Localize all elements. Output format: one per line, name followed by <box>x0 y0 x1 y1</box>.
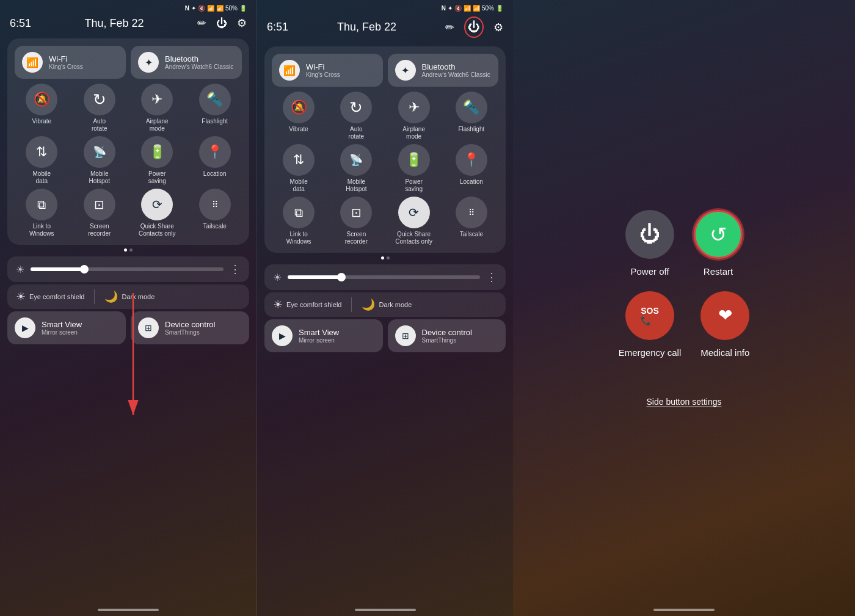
autorotate-tile-mid[interactable]: ↻ Autorotate <box>329 92 383 140</box>
icon-grid-row2-left: ⇅ Mobiledata 📡 MobileHotspot 🔋 Powersavi… <box>15 136 242 185</box>
more-icon-mid[interactable]: ⋮ <box>486 270 497 284</box>
more-icon-left[interactable]: ⋮ <box>230 263 241 276</box>
hotspot-tile-mid[interactable]: 📡 MobileHotspot <box>329 144 383 193</box>
autorotate-tile-left[interactable]: ↻ Autorotate <box>73 84 127 132</box>
dark-mode-icon-mid: 🌙 <box>362 298 375 311</box>
power-icon-left[interactable]: ⏻ <box>216 17 227 30</box>
vibrate-tile-mid[interactable]: 🔕 Vibrate <box>272 92 326 140</box>
eye-comfort-icon-left: ☀ <box>16 290 26 303</box>
dot-1-left <box>124 248 127 252</box>
bottom-tiles-mid: ▶ Smart View Mirror screen ⊞ Device cont… <box>264 319 506 352</box>
header-mid: 6:51 Thu, Feb 22 ✏ ⏻ ⚙ <box>257 14 513 43</box>
flashlight-tile-mid[interactable]: 🔦 Flashlight <box>445 92 498 140</box>
brightness-track-mid[interactable] <box>288 275 480 279</box>
mobiledata-label-mid: Mobiledata <box>289 178 307 193</box>
emergency-circle: SOS📞 <box>625 291 674 340</box>
airplane-icon-left: ✈ <box>141 84 173 115</box>
icon-grid-row3-mid: ⧉ Link toWindows ⊡ Screenrecorder ⟳ Quic… <box>272 197 498 245</box>
mid-panel: N ✦ 🔇 📶 📶 50% 🔋 6:51 Thu, Feb 22 ✏ ⏻ ⚙ 📶… <box>256 0 513 616</box>
powersaving-tile-left[interactable]: 🔋 Powersaving <box>130 136 184 185</box>
icon-grid-row3-left: ⧉ Link toWindows ⊡ Screenrecorder ⟳ Quic… <box>15 189 242 237</box>
restart-button[interactable]: ↺ Restart <box>694 210 743 277</box>
devicecontrol-tile-mid[interactable]: ⊞ Device control SmartThings <box>388 319 506 352</box>
screenrecorder-tile-left[interactable]: ⊡ Screenrecorder <box>73 189 127 237</box>
smartview-tile-left[interactable]: ▶ Smart View Mirror screen <box>7 311 126 344</box>
devicecontrol-sub-left: SmartThings <box>165 329 215 336</box>
bluetooth-icon-mid: ✦ <box>395 60 416 81</box>
wifi-sub-left: King's Cross <box>49 63 83 70</box>
smartview-tile-mid[interactable]: ▶ Smart View Mirror screen <box>264 319 383 352</box>
powersaving-tile-mid[interactable]: 🔋 Powersaving <box>387 144 441 193</box>
pagination-dots-mid <box>257 256 513 259</box>
airplane-tile-left[interactable]: ✈ Airplanemode <box>130 84 184 132</box>
battery-icon-mid: 🔋 <box>496 5 503 12</box>
brightness-thumb-left <box>80 265 89 274</box>
screenrecorder-tile-mid[interactable]: ⊡ Screenrecorder <box>329 197 383 245</box>
linkwindows-tile-mid[interactable]: ⧉ Link toWindows <box>272 197 326 245</box>
power-off-button[interactable]: ⏻ Power off <box>625 210 674 277</box>
bluetooth-tile-left[interactable]: ✦ Bluetooth Andrew's Watch6 Classic <box>131 46 242 79</box>
wifi-status-icon-mid: 📶 <box>464 5 471 12</box>
restart-label: Restart <box>704 266 733 277</box>
power-off-label: Power off <box>630 266 669 277</box>
vibrate-tile-left[interactable]: 🔕 Vibrate <box>15 84 69 132</box>
edit-icon-left[interactable]: ✏ <box>197 16 206 30</box>
power-icon-circled-mid[interactable]: ⏻ <box>464 16 484 38</box>
eye-comfort-icon-mid: ☀ <box>273 298 283 311</box>
eye-comfort-left[interactable]: ☀ Eye comfort shield <box>16 290 84 303</box>
airplane-tile-mid[interactable]: ✈ Airplanemode <box>387 92 441 140</box>
hotspot-tile-left[interactable]: 📡 MobileHotspot <box>73 136 127 185</box>
flashlight-tile-left[interactable]: 🔦 Flashlight <box>188 84 242 132</box>
bt-sub-left: Andrew's Watch6 Classic <box>165 63 233 70</box>
quickshare-label-left: Quick ShareContacts only <box>139 223 176 237</box>
flashlight-label-left: Flashlight <box>202 118 228 125</box>
top-tiles-mid: 📶 Wi-Fi King's Cross ✦ Bluetooth Andrew'… <box>272 54 498 87</box>
status-icons-mid: N ✦ 🔇 📶 📶 50% 🔋 <box>442 5 503 12</box>
emergency-button[interactable]: SOS📞 Emergency call <box>619 291 682 358</box>
mobiledata-tile-mid[interactable]: ⇅ Mobiledata <box>272 144 326 193</box>
tailscale-label-left: Tailscale <box>203 223 227 230</box>
brightness-track-left[interactable] <box>31 267 224 271</box>
wifi-tile-mid[interactable]: 📶 Wi-Fi King's Cross <box>272 54 383 87</box>
smartview-icon-left: ▶ <box>15 317 35 338</box>
settings-icon-left[interactable]: ⚙ <box>237 16 247 30</box>
power-off-icon: ⏻ <box>639 222 660 246</box>
bluetooth-tile-mid[interactable]: ✦ Bluetooth Andrew's Watch6 Classic <box>388 54 499 87</box>
wifi-tile-left[interactable]: 📶 Wi-Fi King's Cross <box>15 46 126 79</box>
left-panel: N ✦ 🔇 📶 📶 50% 🔋 6:51 Thu, Feb 22 ✏ ⏻ ⚙ 📶… <box>0 0 256 616</box>
dark-mode-label-mid: Dark mode <box>379 301 412 308</box>
devicecontrol-tile-left[interactable]: ⊞ Device control SmartThings <box>131 311 249 344</box>
brightness-row-left: ☀ ⋮ <box>7 256 249 282</box>
emergency-label: Emergency call <box>619 347 682 358</box>
comfort-divider-left <box>94 289 95 304</box>
dot-2-left <box>129 248 133 252</box>
location-tile-mid[interactable]: 📍 Location <box>445 144 498 193</box>
linkwindows-tile-left[interactable]: ⧉ Link toWindows <box>15 189 69 237</box>
edit-icon-mid[interactable]: ✏ <box>445 21 454 34</box>
medical-button[interactable]: ❤ Medical info <box>700 291 749 358</box>
quickshare-tile-left[interactable]: ⟳ Quick ShareContacts only <box>130 189 184 237</box>
smartview-title-mid: Smart View <box>299 328 339 337</box>
home-bar-mid <box>355 609 416 611</box>
bottom-tiles-left: ▶ Smart View Mirror screen ⊞ Device cont… <box>7 311 249 344</box>
dark-mode-mid[interactable]: 🌙 Dark mode <box>362 298 412 311</box>
dark-mode-left[interactable]: 🌙 Dark mode <box>104 290 155 303</box>
settings-icon-mid[interactable]: ⚙ <box>493 21 503 34</box>
quickshare-icon-mid: ⟳ <box>398 197 430 228</box>
power-off-circle: ⏻ <box>625 210 674 259</box>
tailscale-icon-left: ⠿ <box>199 189 231 220</box>
tailscale-tile-left[interactable]: ⠿ Tailscale <box>188 189 242 237</box>
eye-comfort-mid[interactable]: ☀ Eye comfort shield <box>273 298 341 311</box>
battery-pct-mid: 50% <box>482 5 494 12</box>
location-label-left: Location <box>203 170 227 178</box>
quickshare-tile-mid[interactable]: ⟳ Quick ShareContacts only <box>387 197 441 245</box>
location-tile-left[interactable]: 📍 Location <box>188 136 242 185</box>
pagination-dots-left <box>0 248 256 252</box>
brightness-fill-left <box>31 267 84 271</box>
side-button-settings[interactable]: Side button settings <box>647 397 722 407</box>
medical-icon: ❤ <box>718 305 732 325</box>
tailscale-label-mid: Tailscale <box>460 231 483 238</box>
tailscale-tile-mid[interactable]: ⠿ Tailscale <box>445 197 498 245</box>
top-tiles-left: 📶 Wi-Fi King's Cross ✦ Bluetooth Andrew'… <box>15 46 242 79</box>
mobiledata-tile-left[interactable]: ⇅ Mobiledata <box>15 136 69 185</box>
